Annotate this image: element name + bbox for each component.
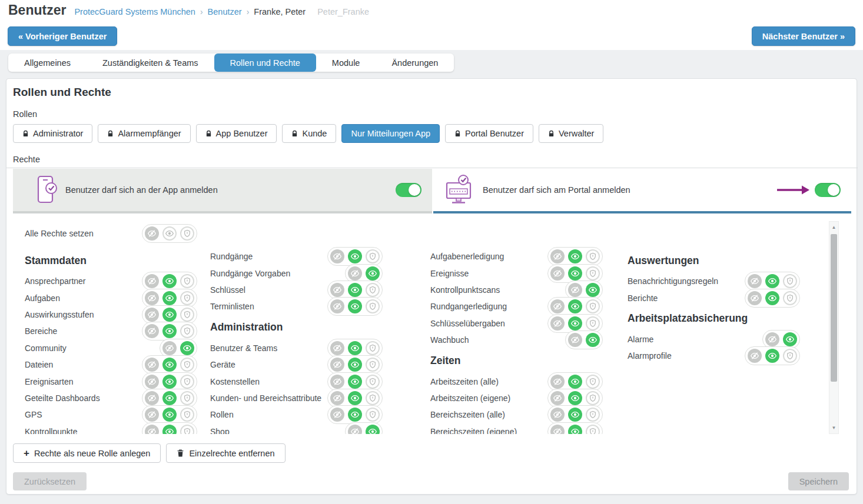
scrollbar-down-arrow-icon[interactable]: ▼: [829, 423, 838, 432]
perm-no-access-button[interactable]: [145, 226, 159, 241]
app-login-toggle[interactable]: [396, 183, 421, 197]
perm-view-button[interactable]: [162, 274, 177, 288]
perm-no-access-button[interactable]: [550, 249, 565, 263]
perm-view-button[interactable]: [586, 333, 600, 347]
perm-edit-button[interactable]: [586, 425, 600, 434]
perm-no-access-button[interactable]: [550, 391, 565, 405]
perm-view-button[interactable]: [162, 226, 177, 241]
perm-edit-button[interactable]: [180, 391, 194, 405]
role-button-verwalter[interactable]: Verwalter: [539, 124, 603, 143]
perm-no-access-button[interactable]: [348, 266, 362, 281]
perm-no-access-button[interactable]: [568, 333, 582, 347]
perm-no-access-button[interactable]: [145, 274, 159, 288]
role-button-administrator[interactable]: Administrator: [13, 124, 92, 143]
tab-allgemeines[interactable]: Allgemeines: [8, 54, 87, 72]
perm-edit-button[interactable]: [783, 349, 797, 363]
perm-edit-button[interactable]: [586, 375, 600, 389]
perm-edit-button[interactable]: [180, 308, 194, 322]
perm-view-button[interactable]: [366, 266, 380, 281]
perm-no-access-button[interactable]: [145, 375, 159, 389]
perm-edit-button[interactable]: [366, 249, 380, 263]
perm-edit-button[interactable]: [180, 274, 194, 288]
perm-no-access-button[interactable]: [550, 375, 565, 389]
perm-no-access-button[interactable]: [330, 299, 344, 313]
perm-view-button[interactable]: [348, 391, 362, 405]
remove-individual-rights-button[interactable]: Einzelrechte entfernen: [166, 443, 285, 463]
perm-view-button[interactable]: [348, 283, 362, 297]
perm-edit-button[interactable]: [586, 316, 600, 331]
perm-edit-button[interactable]: [586, 299, 600, 313]
perm-no-access-button[interactable]: [330, 249, 344, 263]
perm-view-button[interactable]: [348, 249, 362, 263]
perm-edit-button[interactable]: [366, 391, 380, 405]
perm-edit-button[interactable]: [180, 408, 194, 422]
perm-no-access-button[interactable]: [330, 283, 344, 297]
perm-view-button[interactable]: [568, 425, 582, 434]
perm-no-access-button[interactable]: [348, 425, 362, 434]
role-button-nur-mitteilungen-app[interactable]: Nur Mitteilungen App: [341, 124, 440, 143]
perm-view-button[interactable]: [568, 249, 582, 263]
perm-no-access-button[interactable]: [550, 266, 565, 281]
perm-view-button[interactable]: [568, 316, 582, 331]
perm-view-button[interactable]: [162, 324, 177, 338]
perm-edit-button[interactable]: [586, 391, 600, 405]
perm-edit-button[interactable]: [180, 425, 194, 434]
app-login-right-cell[interactable]: Benutzer darf sich an der App anmelden: [13, 169, 432, 213]
tab-module[interactable]: Module: [316, 54, 376, 72]
perm-view-button[interactable]: [765, 349, 779, 363]
tab-zuständigkeiten-teams[interactable]: Zuständigkeiten & Teams: [87, 54, 214, 72]
perm-no-access-button[interactable]: [765, 332, 779, 346]
perm-edit-button[interactable]: [783, 291, 797, 305]
perm-no-access-button[interactable]: [145, 425, 159, 434]
tab-rollen-und-rechte[interactable]: Rollen und Rechte: [214, 54, 316, 72]
perm-edit-button[interactable]: [366, 408, 380, 422]
perm-view-button[interactable]: [162, 391, 177, 405]
perm-no-access-button[interactable]: [145, 324, 159, 338]
perm-view-button[interactable]: [348, 375, 362, 389]
perm-view-button[interactable]: [586, 283, 600, 297]
perm-view-button[interactable]: [366, 425, 380, 434]
breadcrumb-link[interactable]: Benutzer: [208, 7, 242, 16]
perm-edit-button[interactable]: [586, 249, 600, 263]
role-button-kunde[interactable]: Kunde: [282, 124, 336, 143]
perm-view-button[interactable]: [162, 408, 177, 422]
perm-view-button[interactable]: [568, 299, 582, 313]
perm-no-access-button[interactable]: [330, 408, 344, 422]
perm-view-button[interactable]: [568, 375, 582, 389]
portal-login-right-cell[interactable]: Benutzer darf sich am Portal anmelden: [433, 169, 851, 213]
next-user-button[interactable]: Nächster Benutzer »: [752, 26, 855, 46]
role-button-app-benutzer[interactable]: App Benutzer: [196, 124, 277, 143]
perm-edit-button[interactable]: [586, 408, 600, 422]
perm-edit-button[interactable]: [366, 299, 380, 313]
perm-no-access-button[interactable]: [330, 358, 344, 372]
perm-no-access-button[interactable]: [330, 341, 344, 355]
perm-view-button[interactable]: [162, 425, 177, 434]
perm-no-access-button[interactable]: [145, 408, 159, 422]
perm-view-button[interactable]: [348, 358, 362, 372]
perm-view-button[interactable]: [180, 341, 194, 355]
perm-edit-button[interactable]: [180, 358, 194, 372]
perm-no-access-button[interactable]: [145, 291, 159, 305]
perm-edit-button[interactable]: [586, 266, 600, 281]
vertical-scrollbar[interactable]: ▲ ▼: [829, 221, 839, 434]
reset-button[interactable]: Zurücksetzen: [13, 472, 87, 490]
perm-view-button[interactable]: [568, 408, 582, 422]
perm-view-button[interactable]: [783, 332, 797, 346]
perm-view-button[interactable]: [162, 308, 177, 322]
previous-user-button[interactable]: « Vorheriger Benutzer: [8, 26, 117, 46]
perm-no-access-button[interactable]: [748, 274, 762, 288]
role-button-portal-benutzer[interactable]: Portal Benutzer: [445, 124, 533, 143]
perm-no-access-button[interactable]: [162, 341, 177, 355]
perm-edit-button[interactable]: [180, 375, 194, 389]
perm-view-button[interactable]: [348, 408, 362, 422]
scrollbar-up-arrow-icon[interactable]: ▲: [829, 223, 838, 232]
perm-edit-button[interactable]: [366, 375, 380, 389]
perm-view-button[interactable]: [162, 358, 177, 372]
breadcrumb-link[interactable]: ProtecGuard Systems München: [74, 7, 195, 16]
tab-änderungen[interactable]: Änderungen: [376, 54, 454, 72]
perm-no-access-button[interactable]: [568, 283, 582, 297]
perm-view-button[interactable]: [765, 274, 779, 288]
perm-view-button[interactable]: [568, 391, 582, 405]
perm-edit-button[interactable]: [366, 341, 380, 355]
perm-edit-button[interactable]: [180, 226, 194, 241]
